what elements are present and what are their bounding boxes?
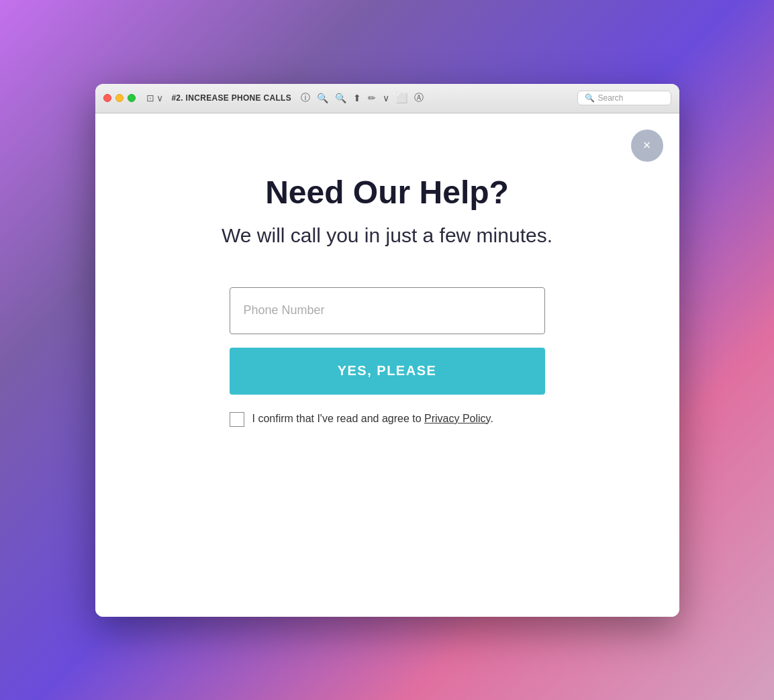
consent-row: I confirm that I've read and agree to Pr… [230, 411, 545, 427]
chevron-down-icon[interactable]: ∨ [383, 93, 389, 103]
search-placeholder: Search [598, 93, 624, 103]
submit-button[interactable]: YES, PLEASE [230, 348, 545, 395]
minimize-traffic-light[interactable] [115, 94, 124, 102]
share-icon[interactable]: ⬆ [353, 93, 361, 103]
consent-text-before: I confirm that I've read and agree to [252, 413, 425, 424]
zoom-out-icon[interactable]: 🔍 [317, 93, 328, 103]
main-title: Need Our Help? [265, 174, 509, 211]
window-icon[interactable]: ⬜ [396, 93, 407, 103]
consent-text: I confirm that I've read and agree to Pr… [252, 411, 493, 427]
info-icon[interactable]: ⓘ [301, 92, 310, 104]
maximize-traffic-light[interactable] [128, 94, 136, 102]
subtitle: We will call you in just a few minutes. [222, 224, 552, 247]
sidebar-toggle-icon[interactable]: ⊡ ∨ [146, 93, 164, 103]
dialog-close-button[interactable]: × [631, 130, 663, 162]
edit-icon[interactable]: ✏ [368, 93, 376, 103]
zoom-in-icon[interactable]: 🔍 [335, 93, 346, 103]
consent-text-after: . [490, 413, 493, 424]
reader-icon[interactable]: Ⓐ [414, 92, 424, 104]
privacy-policy-link[interactable]: Privacy Policy [424, 413, 490, 424]
search-icon: 🔍 [585, 93, 595, 103]
browser-window: ⊡ ∨ #2. INCREASE PHONE CALLS ⓘ 🔍 🔍 ⬆ ✏ ∨… [95, 84, 679, 617]
close-traffic-light[interactable] [103, 94, 111, 102]
toolbar-icons: ⓘ 🔍 🔍 ⬆ ✏ ∨ ⬜ Ⓐ [301, 92, 424, 104]
consent-checkbox[interactable] [230, 412, 244, 427]
search-bar[interactable]: 🔍 Search [577, 91, 671, 105]
browser-content: × Need Our Help? We will call you in jus… [95, 113, 679, 617]
tab-title: #2. INCREASE PHONE CALLS [171, 93, 291, 103]
title-bar: ⊡ ∨ #2. INCREASE PHONE CALLS ⓘ 🔍 🔍 ⬆ ✏ ∨… [95, 84, 679, 113]
traffic-lights [103, 94, 136, 102]
phone-number-input[interactable] [230, 287, 545, 334]
